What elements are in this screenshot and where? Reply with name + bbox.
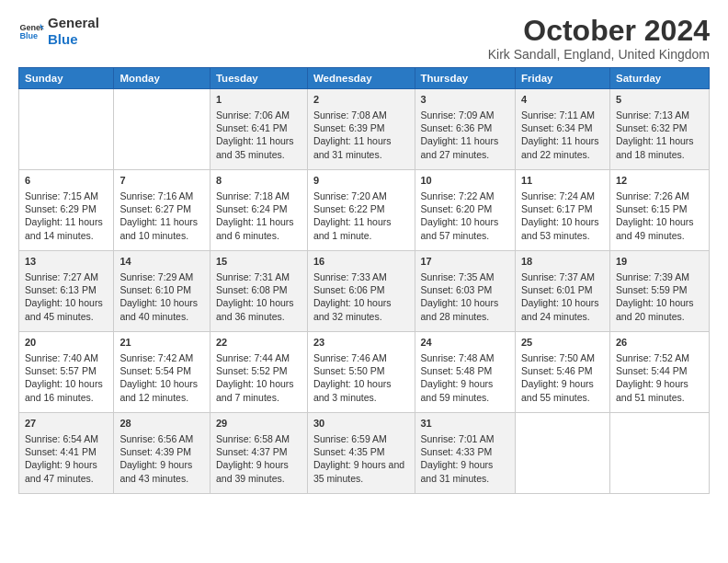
calendar-cell: 1Sunrise: 7:06 AMSunset: 6:41 PMDaylight… xyxy=(210,89,307,170)
calendar-cell: 7Sunrise: 7:16 AMSunset: 6:27 PMDaylight… xyxy=(114,170,210,251)
day-number: 7 xyxy=(119,174,204,188)
day-info: Sunrise: 7:16 AM xyxy=(119,190,204,202)
calendar-cell: 6Sunrise: 7:15 AMSunset: 6:29 PMDaylight… xyxy=(19,170,114,251)
day-info: Sunrise: 7:15 AM xyxy=(25,190,108,202)
day-info: Daylight: 9 hours and 59 minutes. xyxy=(421,377,509,403)
day-info: Sunset: 6:01 PM xyxy=(521,283,604,296)
calendar-cell: 23Sunrise: 7:46 AMSunset: 5:50 PMDayligh… xyxy=(307,332,415,413)
day-info: Daylight: 11 hours and 6 minutes. xyxy=(216,215,301,241)
day-info: Sunrise: 7:24 AM xyxy=(521,190,604,202)
calendar-table: SundayMondayTuesdayWednesdayThursdayFrid… xyxy=(18,67,710,494)
day-number: 1 xyxy=(216,93,301,107)
day-info: Sunrise: 7:01 AM xyxy=(421,432,509,445)
day-info: Sunrise: 7:20 AM xyxy=(313,190,409,202)
month-title: October 2024 xyxy=(488,15,710,47)
day-info: Sunset: 4:33 PM xyxy=(421,445,509,458)
day-info: Sunrise: 7:27 AM xyxy=(25,270,108,283)
day-number: 22 xyxy=(216,336,301,350)
day-number: 23 xyxy=(313,336,409,350)
location: Kirk Sandall, England, United Kingdom xyxy=(488,47,710,62)
day-number: 19 xyxy=(616,255,703,269)
day-info: Daylight: 11 hours and 22 minutes. xyxy=(521,134,604,160)
day-number: 12 xyxy=(616,174,703,188)
day-info: Sunset: 5:46 PM xyxy=(521,364,604,377)
day-info: Sunrise: 7:18 AM xyxy=(216,190,301,202)
svg-text:Blue: Blue xyxy=(19,31,38,40)
title-block: October 2024 Kirk Sandall, England, Unit… xyxy=(488,15,710,62)
weekday-header: Wednesday xyxy=(307,68,415,89)
day-number: 15 xyxy=(216,255,301,269)
day-info: Daylight: 10 hours and 49 minutes. xyxy=(616,215,703,241)
day-number: 3 xyxy=(421,93,509,107)
page-header: General Blue General Blue October 2024 K… xyxy=(18,15,710,62)
day-info: Daylight: 9 hours and 39 minutes. xyxy=(216,458,301,484)
calendar-cell: 30Sunrise: 6:59 AMSunset: 4:35 PMDayligh… xyxy=(307,413,415,494)
day-info: Sunset: 6:32 PM xyxy=(616,121,703,134)
logo: General Blue General Blue xyxy=(18,15,99,48)
day-info: Daylight: 10 hours and 45 minutes. xyxy=(25,296,108,322)
calendar-week-row: 27Sunrise: 6:54 AMSunset: 4:41 PMDayligh… xyxy=(19,413,710,494)
day-number: 14 xyxy=(119,255,204,269)
calendar-cell: 3Sunrise: 7:09 AMSunset: 6:36 PMDaylight… xyxy=(415,89,515,170)
day-info: Sunset: 6:17 PM xyxy=(521,202,604,215)
calendar-cell: 12Sunrise: 7:26 AMSunset: 6:15 PMDayligh… xyxy=(609,170,709,251)
calendar-cell: 18Sunrise: 7:37 AMSunset: 6:01 PMDayligh… xyxy=(515,251,609,332)
day-info: Sunset: 6:34 PM xyxy=(521,121,604,134)
day-info: Sunset: 5:50 PM xyxy=(313,364,409,377)
day-number: 29 xyxy=(216,417,301,431)
calendar-cell xyxy=(114,89,210,170)
calendar-cell xyxy=(609,413,709,494)
day-number: 10 xyxy=(421,174,509,188)
day-info: Sunrise: 7:06 AM xyxy=(216,109,301,121)
day-info: Sunset: 6:29 PM xyxy=(25,202,108,215)
day-info: Sunset: 4:37 PM xyxy=(216,445,301,458)
calendar-cell xyxy=(515,413,609,494)
calendar-cell: 19Sunrise: 7:39 AMSunset: 5:59 PMDayligh… xyxy=(609,251,709,332)
day-number: 24 xyxy=(421,336,509,350)
day-info: Sunset: 6:08 PM xyxy=(216,283,301,296)
day-info: Sunrise: 7:09 AM xyxy=(421,109,509,121)
day-info: Sunset: 6:13 PM xyxy=(25,283,108,296)
calendar-cell: 8Sunrise: 7:18 AMSunset: 6:24 PMDaylight… xyxy=(210,170,307,251)
day-info: Sunrise: 7:31 AM xyxy=(216,270,301,283)
day-info: Sunset: 6:10 PM xyxy=(119,283,204,296)
day-info: Sunrise: 7:48 AM xyxy=(421,351,509,364)
weekday-header: Thursday xyxy=(415,68,515,89)
day-info: Sunset: 4:41 PM xyxy=(25,445,108,458)
day-info: Daylight: 10 hours and 12 minutes. xyxy=(119,377,204,403)
day-info: Sunset: 6:36 PM xyxy=(421,121,509,134)
day-info: Sunset: 6:39 PM xyxy=(313,121,409,134)
day-number: 27 xyxy=(25,417,108,431)
calendar-cell: 27Sunrise: 6:54 AMSunset: 4:41 PMDayligh… xyxy=(19,413,114,494)
day-info: Daylight: 9 hours and 47 minutes. xyxy=(25,458,108,484)
day-info: Sunset: 6:24 PM xyxy=(216,202,301,215)
day-info: Sunrise: 7:33 AM xyxy=(313,270,409,283)
calendar-cell: 5Sunrise: 7:13 AMSunset: 6:32 PMDaylight… xyxy=(609,89,709,170)
day-info: Sunrise: 6:56 AM xyxy=(119,432,204,445)
calendar-cell: 29Sunrise: 6:58 AMSunset: 4:37 PMDayligh… xyxy=(210,413,307,494)
day-number: 16 xyxy=(313,255,409,269)
day-number: 18 xyxy=(521,255,604,269)
calendar-week-row: 1Sunrise: 7:06 AMSunset: 6:41 PMDaylight… xyxy=(19,89,710,170)
day-info: Sunrise: 6:58 AM xyxy=(216,432,301,445)
calendar-cell: 22Sunrise: 7:44 AMSunset: 5:52 PMDayligh… xyxy=(210,332,307,413)
calendar-cell: 20Sunrise: 7:40 AMSunset: 5:57 PMDayligh… xyxy=(19,332,114,413)
day-number: 20 xyxy=(25,336,108,350)
weekday-header: Monday xyxy=(114,68,210,89)
day-info: Daylight: 10 hours and 24 minutes. xyxy=(521,296,604,322)
day-info: Sunrise: 7:11 AM xyxy=(521,109,604,121)
calendar-cell: 21Sunrise: 7:42 AMSunset: 5:54 PMDayligh… xyxy=(114,332,210,413)
day-number: 11 xyxy=(521,174,604,188)
calendar-cell: 25Sunrise: 7:50 AMSunset: 5:46 PMDayligh… xyxy=(515,332,609,413)
day-number: 4 xyxy=(521,93,604,107)
logo-text: General Blue xyxy=(48,15,99,48)
day-info: Sunrise: 7:52 AM xyxy=(616,351,703,364)
calendar-week-row: 20Sunrise: 7:40 AMSunset: 5:57 PMDayligh… xyxy=(19,332,710,413)
calendar-cell: 10Sunrise: 7:22 AMSunset: 6:20 PMDayligh… xyxy=(415,170,515,251)
calendar-cell xyxy=(19,89,114,170)
day-info: Sunrise: 7:37 AM xyxy=(521,270,604,283)
day-number: 30 xyxy=(313,417,409,431)
calendar-cell: 9Sunrise: 7:20 AMSunset: 6:22 PMDaylight… xyxy=(307,170,415,251)
day-info: Daylight: 10 hours and 32 minutes. xyxy=(313,296,409,322)
day-info: Daylight: 10 hours and 40 minutes. xyxy=(119,296,204,322)
